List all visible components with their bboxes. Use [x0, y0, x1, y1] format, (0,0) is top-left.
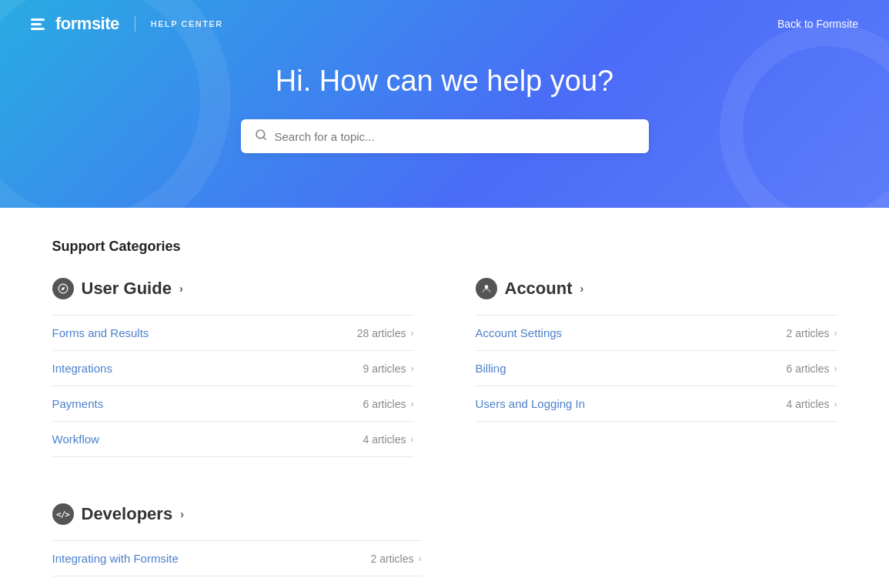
item-chevron: › — [411, 399, 414, 409]
svg-line-1 — [263, 137, 266, 139]
users-and-logging-in-label: Users and Logging In — [476, 397, 586, 410]
search-icon — [255, 129, 267, 144]
billing-item[interactable]: Billing 6 articles › — [476, 351, 837, 386]
forms-and-results-item[interactable]: Forms and Results 28 articles › — [52, 316, 414, 351]
account-chevron: › — [580, 282, 584, 295]
category-developers-header[interactable]: </> Developers › — [52, 503, 837, 525]
logo-area: formsite HELP CENTER — [31, 14, 223, 34]
integrating-with-formsite-meta: 2 articles › — [370, 553, 421, 565]
user-guide-chevron: › — [179, 282, 183, 295]
forms-and-results-label: Forms and Results — [52, 326, 149, 339]
workflow-meta: 4 articles › — [363, 433, 413, 446]
account-items: Account Settings 2 articles › Billing 6 … — [476, 315, 837, 422]
item-chevron: › — [411, 434, 414, 445]
section-title: Support Categories — [52, 239, 837, 255]
back-to-formsite-link[interactable]: Back to Formsite — [777, 18, 858, 30]
help-center-label: HELP CENTER — [151, 19, 223, 28]
category-user-guide-header[interactable]: User Guide › — [52, 278, 414, 299]
users-and-logging-in-meta: 4 articles › — [786, 398, 837, 410]
workflow-label: Workflow — [52, 433, 99, 446]
user-guide-items: Forms and Results 28 articles › Integrat… — [52, 315, 414, 457]
developers-chevron: › — [180, 508, 184, 520]
hero-title: Hi. How can we help you? — [276, 65, 613, 98]
compass-icon — [52, 278, 74, 299]
header: formsite HELP CENTER Back to Formsite Hi… — [0, 0, 889, 208]
item-chevron: › — [411, 363, 414, 374]
user-guide-title: User Guide — [82, 279, 172, 299]
users-and-logging-in-item[interactable]: Users and Logging In 4 articles › — [476, 386, 837, 422]
item-chevron: › — [419, 553, 422, 564]
integrating-with-formsite-item[interactable]: Integrating with Formsite 2 articles › — [52, 541, 422, 576]
account-settings-label: Account Settings — [476, 326, 563, 339]
main-content: Support Categories User Guide › Forms an… — [22, 208, 868, 588]
billing-meta: 6 articles › — [786, 362, 837, 375]
code-icon: </> — [52, 503, 74, 525]
account-title: Account — [505, 279, 573, 299]
payments-item[interactable]: Payments 6 articles › — [52, 386, 414, 422]
workflow-item[interactable]: Workflow 4 articles › — [52, 422, 414, 457]
developers-title: Developers — [82, 504, 173, 524]
category-account: Account › Account Settings 2 articles › … — [476, 278, 837, 457]
logo-text: formsite — [55, 14, 119, 34]
search-bar — [241, 119, 649, 153]
svg-point-4 — [484, 285, 488, 289]
developers-items: Integrating with Formsite 2 articles › — [52, 540, 422, 576]
account-settings-meta: 2 articles › — [786, 327, 837, 339]
logo-divider — [135, 16, 135, 32]
payments-label: Payments — [52, 397, 104, 410]
billing-label: Billing — [476, 362, 506, 375]
integrating-with-formsite-label: Integrating with Formsite — [52, 552, 179, 565]
forms-and-results-meta: 28 articles › — [357, 327, 414, 339]
item-chevron: › — [834, 363, 837, 374]
category-account-header[interactable]: Account › — [476, 278, 837, 299]
integrations-label: Integrations — [52, 362, 112, 375]
account-settings-item[interactable]: Account Settings 2 articles › — [476, 316, 837, 351]
categories-grid: User Guide › Forms and Results 28 articl… — [52, 278, 837, 488]
integrations-meta: 9 articles › — [363, 362, 413, 375]
person-icon — [476, 278, 497, 299]
item-chevron: › — [411, 328, 414, 339]
item-chevron: › — [834, 399, 837, 409]
item-chevron: › — [834, 328, 837, 339]
search-input[interactable] — [275, 130, 635, 143]
category-user-guide: User Guide › Forms and Results 28 articl… — [52, 278, 414, 457]
integrations-item[interactable]: Integrations 9 articles › — [52, 351, 414, 386]
payments-meta: 6 articles › — [363, 398, 413, 410]
header-content: Hi. How can we help you? — [31, 34, 858, 192]
svg-marker-3 — [61, 287, 65, 291]
formsite-logo-icon — [31, 18, 45, 30]
category-developers: </> Developers › Integrating with Formsi… — [52, 503, 837, 576]
